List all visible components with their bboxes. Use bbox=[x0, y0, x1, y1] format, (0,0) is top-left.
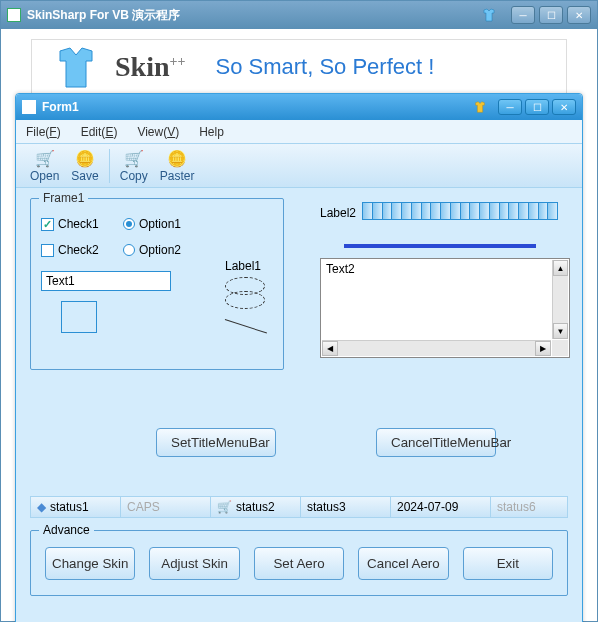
cancel-aero-button[interactable]: Cancel Aero bbox=[358, 547, 448, 580]
check1[interactable]: ✓Check1 bbox=[41, 217, 99, 231]
hscrollbar[interactable]: ◀ ▶ bbox=[322, 340, 551, 356]
status-caps: CAPS bbox=[121, 497, 211, 517]
label1-area: Label1 bbox=[225, 259, 265, 341]
outer-content: Skin++ So Smart, So Perfect ! Form1 ─ ☐ … bbox=[1, 29, 597, 621]
cart-open-icon: 🛒 bbox=[35, 149, 55, 169]
tool-save[interactable]: 🪙Save bbox=[65, 147, 104, 185]
frame1-group: Frame1 ✓Check1 Check2 Option1 Option2 bbox=[30, 198, 284, 370]
diamond-icon: ◆ bbox=[37, 500, 46, 514]
status-cell-6: status6 bbox=[491, 497, 567, 517]
blue-bar bbox=[344, 244, 536, 248]
outer-close-button[interactable]: ✕ bbox=[567, 6, 591, 24]
inner-minimize-button[interactable]: ─ bbox=[498, 99, 522, 115]
tool-copy[interactable]: 🛒Copy bbox=[114, 147, 154, 185]
banner-brand: Skin++ bbox=[115, 51, 185, 83]
cart-copy-icon: 🛒 bbox=[124, 149, 144, 169]
empty-box bbox=[61, 301, 97, 333]
outer-window: SkinSharp For VB 演示程序 ─ ☐ ✕ Skin++ So Sm… bbox=[0, 0, 598, 622]
cancel-title-menubar-button[interactable]: CancelTitleMenuBar bbox=[376, 428, 496, 457]
ellipse-shape-2 bbox=[225, 291, 265, 309]
coins-paste-icon: 🪙 bbox=[167, 149, 187, 169]
menu-help[interactable]: Help bbox=[199, 125, 224, 139]
advance-group: Advance Change Skin Adjust Skin Set Aero… bbox=[30, 530, 568, 596]
banner: Skin++ So Smart, So Perfect ! bbox=[31, 39, 567, 95]
advance-legend: Advance bbox=[39, 523, 94, 537]
tool-open[interactable]: 🛒Open bbox=[24, 147, 65, 185]
outer-title: SkinSharp For VB 演示程序 bbox=[27, 7, 481, 24]
skin-shirt-icon[interactable] bbox=[481, 7, 497, 23]
cart-status-icon: 🛒 bbox=[217, 500, 232, 514]
banner-shirt-icon bbox=[52, 43, 100, 91]
label1: Label1 bbox=[225, 259, 265, 273]
option1[interactable]: Option1 bbox=[123, 217, 181, 231]
inner-titlebar: Form1 ─ ☐ ✕ bbox=[16, 94, 582, 120]
scroll-corner bbox=[552, 340, 568, 356]
coins-save-icon: 🪙 bbox=[75, 149, 95, 169]
inner-title: Form1 bbox=[42, 100, 473, 114]
set-title-menubar-button[interactable]: SetTitleMenuBar bbox=[156, 428, 276, 457]
status-date: 2024-07-09 bbox=[391, 497, 491, 517]
statusbar: ◆ status1 CAPS 🛒 status2 status3 2024-07… bbox=[30, 496, 568, 518]
status-cell-2: 🛒 status2 bbox=[211, 497, 301, 517]
outer-titlebar: SkinSharp For VB 演示程序 ─ ☐ ✕ bbox=[1, 1, 597, 29]
scroll-left-icon[interactable]: ◀ bbox=[322, 341, 338, 356]
label2: Label2 bbox=[320, 206, 356, 220]
adjust-skin-button[interactable]: Adjust Skin bbox=[149, 547, 239, 580]
check2[interactable]: Check2 bbox=[41, 243, 99, 257]
text2-content[interactable]: Text2 bbox=[322, 260, 551, 339]
menu-file[interactable]: File(F) bbox=[26, 125, 61, 139]
text1-input[interactable] bbox=[41, 271, 171, 291]
tool-paste[interactable]: 🪙Paster bbox=[154, 147, 201, 185]
scroll-down-icon[interactable]: ▼ bbox=[553, 323, 568, 339]
scroll-right-icon[interactable]: ▶ bbox=[535, 341, 551, 356]
form-icon bbox=[22, 100, 36, 114]
exit-button[interactable]: Exit bbox=[463, 547, 553, 580]
inner-window: Form1 ─ ☐ ✕ File(F) Edit(E) View(V) Help… bbox=[15, 93, 583, 622]
text2-area: Text2 ▲ ▼ ◀ ▶ bbox=[320, 258, 570, 358]
menubar: File(F) Edit(E) View(V) Help bbox=[16, 120, 582, 144]
set-aero-button[interactable]: Set Aero bbox=[254, 547, 344, 580]
status-cell-1: ◆ status1 bbox=[31, 497, 121, 517]
main-area: Frame1 ✓Check1 Check2 Option1 Option2 bbox=[16, 188, 582, 622]
inner-shirt-icon[interactable] bbox=[473, 100, 487, 114]
line-shape bbox=[225, 319, 265, 341]
status-cell-3: status3 bbox=[301, 497, 391, 517]
mid-buttons: SetTitleMenuBar CancelTitleMenuBar bbox=[156, 428, 496, 457]
app-icon bbox=[7, 8, 21, 22]
vscrollbar[interactable]: ▲ ▼ bbox=[552, 260, 568, 339]
option2[interactable]: Option2 bbox=[123, 243, 181, 257]
outer-maximize-button[interactable]: ☐ bbox=[539, 6, 563, 24]
toolbar-separator bbox=[109, 149, 110, 183]
change-skin-button[interactable]: Change Skin bbox=[45, 547, 135, 580]
banner-slogan: So Smart, So Perfect ! bbox=[215, 54, 434, 80]
inner-close-button[interactable]: ✕ bbox=[552, 99, 576, 115]
outer-minimize-button[interactable]: ─ bbox=[511, 6, 535, 24]
menu-view[interactable]: View(V) bbox=[137, 125, 179, 139]
progress-bar bbox=[362, 202, 558, 220]
inner-maximize-button[interactable]: ☐ bbox=[525, 99, 549, 115]
frame1-legend: Frame1 bbox=[39, 191, 88, 205]
toolbar: 🛒Open 🪙Save 🛒Copy 🪙Paster bbox=[16, 144, 582, 188]
scroll-up-icon[interactable]: ▲ bbox=[553, 260, 568, 276]
menu-edit[interactable]: Edit(E) bbox=[81, 125, 118, 139]
